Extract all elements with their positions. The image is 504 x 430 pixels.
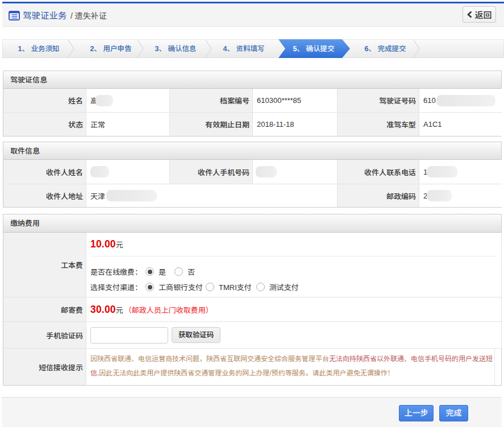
- svg-text:1、 业务须知: 1、 业务须知: [18, 45, 60, 53]
- svg-text:5、 确认提交: 5、 确认提交: [293, 45, 335, 53]
- svg-text:2、 用户申告: 2、 用户申告: [90, 45, 132, 53]
- svg-text:3、 确认信息: 3、 确认信息: [155, 45, 197, 53]
- svg-text:4、 资料填写: 4、 资料填写: [223, 44, 265, 53]
- svg-text:6、 完成提交: 6、 完成提交: [365, 44, 406, 53]
